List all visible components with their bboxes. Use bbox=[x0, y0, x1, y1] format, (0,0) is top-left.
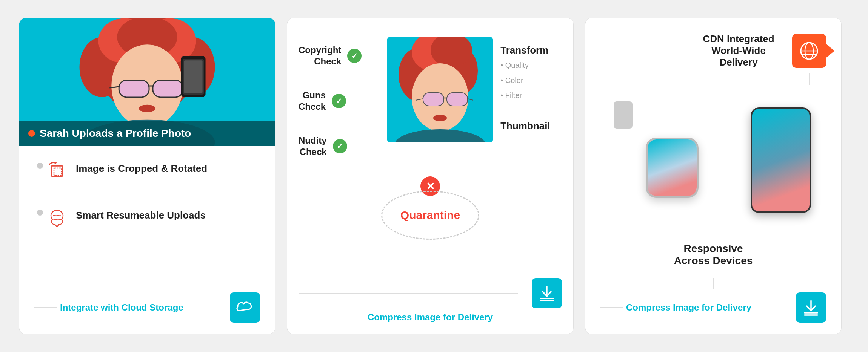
watch-band-bottom bbox=[614, 113, 633, 129]
profile-photo-area: Sarah Uploads a Profile Photo bbox=[19, 18, 275, 146]
guns-check-item: GunsCheck bbox=[299, 90, 387, 112]
main-container: Sarah Uploads a Profile Photo bbox=[19, 18, 849, 334]
feature2-text: Smart Resumeable Uploads bbox=[76, 207, 206, 222]
svg-rect-20 bbox=[54, 168, 62, 176]
svg-rect-30 bbox=[447, 93, 468, 106]
panel1-content: Image is Cropped & Rotated bbox=[19, 146, 275, 292]
svg-point-13 bbox=[139, 105, 155, 112]
sarah-title: Sarah Uploads a Profile Photo bbox=[40, 127, 191, 139]
cdn-arrow bbox=[825, 43, 834, 58]
transform-quality: • Quality bbox=[500, 59, 562, 71]
transform-section: Transform • Quality • Color • Filter bbox=[500, 44, 562, 101]
bottom-v-line bbox=[713, 278, 714, 289]
connector-col-2 bbox=[34, 207, 46, 216]
svg-rect-8 bbox=[119, 80, 149, 97]
svg-rect-19 bbox=[52, 166, 62, 176]
copyright-check-item: CopyrightCheck bbox=[299, 44, 387, 67]
panel-delivery: CDN Integrated World-Wide Delivery bbox=[585, 18, 842, 334]
compress-box-3 bbox=[796, 292, 826, 323]
watch-body bbox=[646, 138, 699, 198]
panel3-footer: Compress Image for Delivery bbox=[600, 292, 826, 323]
cloud-icon-box bbox=[230, 292, 260, 323]
transform-color: • Color bbox=[500, 74, 562, 86]
copyright-check-icon bbox=[347, 49, 362, 63]
brain-icon bbox=[46, 207, 68, 229]
compress-icon-3 bbox=[802, 299, 820, 316]
devices-svg bbox=[600, 100, 826, 228]
cdn-v-line bbox=[809, 73, 810, 85]
thumbnail-title: Thumbnail bbox=[500, 120, 562, 132]
copyright-check-label: CopyrightCheck bbox=[299, 44, 341, 67]
responsive-label: Responsive Across Devices bbox=[600, 243, 826, 267]
nudity-check-icon bbox=[333, 139, 347, 153]
center-photo-area bbox=[387, 37, 493, 142]
devices-area bbox=[600, 96, 826, 231]
profile-photo-display bbox=[387, 37, 493, 142]
transform-filter: • Filter bbox=[500, 89, 562, 101]
bottom-connector bbox=[600, 278, 826, 289]
transform-column: Transform • Quality • Color • Filter Thu… bbox=[493, 37, 562, 132]
watch-screen bbox=[648, 139, 697, 196]
quarantine-circle: Quarantine bbox=[381, 191, 479, 240]
compress-text: Compress Image for Delivery bbox=[368, 312, 493, 323]
svg-point-34 bbox=[433, 115, 447, 121]
cdn-title-line1: CDN Integrated bbox=[693, 33, 785, 45]
feature2-content: Smart Resumeable Uploads bbox=[46, 207, 260, 229]
phone-screen bbox=[752, 109, 810, 211]
panel2-top: CopyrightCheck GunsCheck NudityCheck bbox=[299, 37, 562, 158]
compress-footer: Compress Image for Delivery bbox=[600, 302, 751, 313]
svg-rect-29 bbox=[423, 93, 444, 106]
panel-processing: CopyrightCheck GunsCheck NudityCheck bbox=[287, 18, 574, 334]
cloud-icon bbox=[235, 300, 254, 315]
transform-title: Transform bbox=[500, 44, 562, 56]
upload-indicator bbox=[28, 130, 35, 137]
checks-column: CopyrightCheck GunsCheck NudityCheck bbox=[299, 37, 387, 158]
compress-icon-box bbox=[532, 278, 562, 308]
smartphone-device bbox=[751, 107, 811, 213]
profile-photo-box bbox=[387, 37, 493, 142]
panel-upload: Sarah Uploads a Profile Photo bbox=[19, 18, 275, 334]
footer-line-3 bbox=[600, 307, 623, 308]
footer-line bbox=[34, 307, 57, 308]
connector-line bbox=[40, 170, 40, 193]
connector-dot-2 bbox=[37, 210, 43, 216]
panel1-footer: Integrate with Cloud Storage bbox=[19, 292, 275, 334]
panel2-footer bbox=[299, 271, 562, 308]
compress-label-area: Compress Image for Delivery bbox=[368, 308, 493, 323]
svg-rect-18 bbox=[184, 60, 203, 93]
nudity-check-label: NudityCheck bbox=[299, 135, 327, 158]
compress-delivery-text: Compress Image for Delivery bbox=[626, 302, 751, 313]
cdn-icon-box bbox=[792, 34, 826, 68]
feature-smart-upload: Smart Resumeable Uploads bbox=[34, 207, 260, 229]
feature1-text: Image is Cropped & Rotated bbox=[76, 160, 207, 175]
connector-dot bbox=[37, 163, 43, 169]
nudity-check-item: NudityCheck bbox=[299, 135, 387, 158]
responsive-line1: Responsive bbox=[683, 243, 743, 254]
guns-check-icon bbox=[332, 94, 346, 108]
footer-h-line bbox=[299, 293, 518, 294]
feature1-content: Image is Cropped & Rotated bbox=[46, 160, 260, 182]
cdn-title-line2: World-Wide Delivery bbox=[693, 45, 785, 68]
crop-rotate-icon bbox=[46, 160, 68, 182]
cdn-header: CDN Integrated World-Wide Delivery bbox=[600, 33, 826, 68]
sarah-label: Sarah Uploads a Profile Photo bbox=[19, 121, 275, 146]
quarantine-label: Quarantine bbox=[400, 209, 460, 222]
cdn-connector bbox=[600, 73, 826, 85]
cloud-integrate-text: Integrate with Cloud Storage bbox=[60, 302, 183, 313]
cdn-text-block: CDN Integrated World-Wide Delivery bbox=[693, 33, 785, 68]
guns-check-label: GunsCheck bbox=[299, 90, 326, 112]
quarantine-section: ✕ Quarantine bbox=[381, 176, 479, 240]
feature-crop-rotate: Image is Cropped & Rotated bbox=[34, 160, 260, 193]
svg-rect-9 bbox=[153, 80, 183, 97]
compress-icon bbox=[537, 285, 556, 302]
connector-col bbox=[34, 160, 46, 193]
svg-marker-21 bbox=[55, 161, 57, 164]
responsive-line2: Across Devices bbox=[674, 255, 753, 266]
globe-icon bbox=[799, 40, 820, 61]
